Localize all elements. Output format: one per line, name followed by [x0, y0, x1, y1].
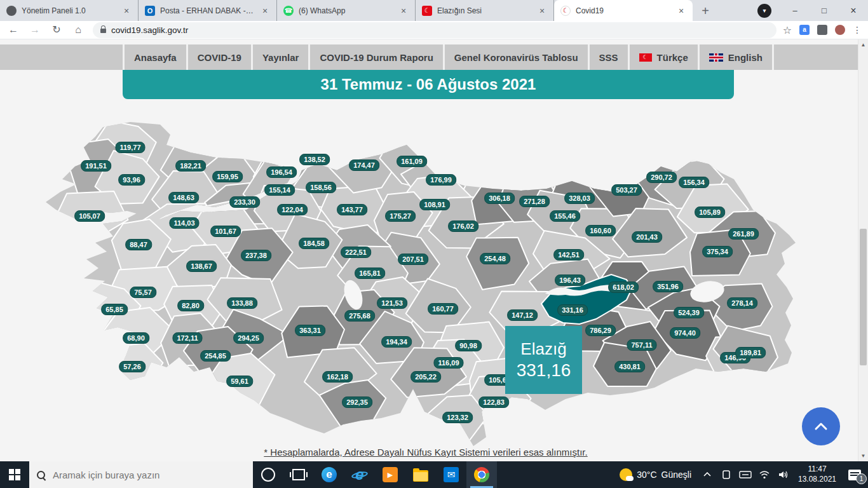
- chrome-menu-icon[interactable]: [853, 25, 862, 35]
- tab-close-icon[interactable]: [121, 6, 132, 16]
- start-button[interactable]: [0, 461, 29, 488]
- close-window-button[interactable]: [839, 0, 868, 21]
- mail-icon: [444, 467, 459, 482]
- chevron-up-icon: [816, 424, 826, 429]
- browser-tab[interactable]: Yönetim Paneli 1.0: [0, 0, 139, 21]
- search-icon: [37, 471, 45, 479]
- saglik-favicon-icon: [560, 6, 571, 16]
- clock-date: 13.08.2021: [793, 475, 841, 485]
- province-shapes: [57, 121, 778, 444]
- tab-close-icon[interactable]: [398, 6, 409, 16]
- browser-tab[interactable]: Covid19: [554, 0, 693, 21]
- taskbar-internet-explorer[interactable]: [344, 461, 375, 488]
- taskbar-task-view[interactable]: [283, 461, 314, 488]
- tray-connect[interactable]: [717, 461, 736, 488]
- elazig-callout: Elazığ 331,16: [505, 326, 582, 394]
- trflag-favicon-icon: [422, 6, 432, 16]
- minimize-button[interactable]: [780, 0, 810, 21]
- tab-close-icon[interactable]: [260, 6, 270, 16]
- toolbar-icons: ☆: [783, 24, 862, 36]
- url-text: covid19.saglik.gov.tr: [111, 25, 188, 35]
- tab-close-icon[interactable]: [537, 6, 547, 16]
- extension-icon-3[interactable]: [835, 25, 845, 35]
- search-input[interactable]: [51, 469, 232, 481]
- turkey-incidence-map[interactable]: [0, 99, 868, 455]
- tab-strip: Yönetim Paneli 1.0Posta - ERHAN DABAK - …: [0, 0, 868, 21]
- notification-badge: 1: [856, 473, 867, 484]
- taskbar-edge[interactable]: [314, 461, 344, 488]
- address-bar[interactable]: covid19.saglik.gov.tr: [93, 22, 776, 38]
- taskbar-mail[interactable]: [436, 461, 466, 488]
- maximize-button[interactable]: [810, 0, 839, 21]
- site-nav: AnasayfaCOVID-19YayınlarCOVID-19 Durum R…: [0, 44, 868, 70]
- task-view-icon: [292, 469, 305, 480]
- chrome-icon: [474, 467, 489, 482]
- cortana-icon: [261, 468, 275, 482]
- extension-icon-2[interactable]: [817, 25, 827, 35]
- date-range-banner: 31 Temmuz - 06 Ağustos 2021: [123, 70, 734, 99]
- reload-button[interactable]: ↻: [48, 22, 65, 38]
- tab-close-icon[interactable]: [676, 6, 686, 16]
- forward-button[interactable]: →: [27, 22, 43, 38]
- nav-item[interactable]: Yayınlar: [251, 44, 309, 70]
- taskbar-search[interactable]: [29, 461, 253, 488]
- clock-time: 11:47: [793, 464, 841, 475]
- tab-title: Covid19: [576, 6, 671, 15]
- taskbar-clock[interactable]: 11:47 13.08.2021: [793, 464, 841, 484]
- system-tray: 30°C Güneşli: [613, 461, 868, 488]
- scroll-up-arrow[interactable]: ▲: [858, 42, 868, 48]
- file-explorer-icon: [413, 470, 428, 482]
- movies-tv-icon: [383, 467, 398, 482]
- browser-tab[interactable]: (6) WhatsApp: [277, 0, 416, 21]
- notification-center-button[interactable]: 1: [841, 461, 868, 488]
- taskbar-file-explorer[interactable]: [405, 461, 436, 488]
- taskbar-weather[interactable]: 30°C Güneşli: [613, 461, 698, 488]
- home-button[interactable]: ⌂: [70, 22, 86, 38]
- taskbar-cortana[interactable]: [253, 461, 283, 488]
- weather-sun-icon: [620, 468, 632, 481]
- bookmark-star-icon[interactable]: ☆: [783, 24, 792, 36]
- map-footnote: * Hesaplamalarda, Adrese Dayalı Nüfus Ka…: [0, 447, 851, 458]
- globe-favicon-icon: [6, 6, 17, 16]
- tray-volume[interactable]: [774, 461, 793, 488]
- windows-logo-icon: [9, 469, 20, 480]
- nav-item-language[interactable]: English: [698, 44, 774, 70]
- taskbar-movies[interactable]: [375, 461, 405, 488]
- taskbar-chrome-active[interactable]: [466, 461, 497, 488]
- speaker-icon: [778, 470, 789, 479]
- tray-chevron[interactable]: [698, 461, 717, 488]
- nav-item[interactable]: SSS: [588, 44, 628, 70]
- wifi-icon: [759, 470, 770, 479]
- back-button[interactable]: ←: [5, 22, 22, 38]
- page-scrollbar[interactable]: ▲ ▼: [858, 39, 868, 461]
- nav-item[interactable]: Anasayfa: [123, 44, 186, 70]
- browser-window: Yönetim Paneli 1.0Posta - ERHAN DABAK - …: [0, 0, 868, 488]
- tab-title: Elazığın Sesi: [437, 6, 532, 15]
- callout-province-name: Elazığ: [520, 339, 566, 360]
- tab-title: (6) WhatsApp: [299, 6, 393, 15]
- callout-province-value: 331,16: [517, 359, 571, 381]
- browser-tab[interactable]: Posta - ERHAN DABAK - Outl: [139, 0, 277, 21]
- tray-wifi[interactable]: [755, 461, 774, 488]
- tabs-container: Yönetim Paneli 1.0Posta - ERHAN DABAK - …: [0, 0, 693, 21]
- device-icon: [721, 469, 732, 480]
- profile-button[interactable]: [757, 4, 771, 18]
- nav-item[interactable]: Genel Koronavirüs Tablosu: [443, 44, 588, 70]
- site-nav-items: AnasayfaCOVID-19YayınlarCOVID-19 Durum R…: [123, 44, 868, 70]
- extension-icon-1[interactable]: [799, 25, 810, 35]
- nav-item[interactable]: COVID-19 Durum Raporu: [308, 44, 442, 70]
- outlook-favicon-icon: [145, 6, 155, 16]
- nav-item[interactable]: COVID-19: [186, 44, 251, 70]
- scroll-to-top-button[interactable]: [802, 407, 840, 445]
- tab-title: Posta - ERHAN DABAK - Outl: [160, 6, 255, 15]
- new-tab-button[interactable]: [696, 2, 714, 20]
- scrollbar-thumb[interactable]: [860, 229, 867, 365]
- browser-tab[interactable]: Elazığın Sesi: [416, 0, 554, 21]
- weather-temp: 30°C: [637, 470, 656, 480]
- window-controls: [757, 0, 868, 21]
- nav-item-language[interactable]: Türkçe: [628, 44, 698, 70]
- browser-toolbar: ← → ↻ ⌂ covid19.saglik.gov.tr ☆: [0, 21, 868, 39]
- tray-keyboard-lang[interactable]: [736, 461, 755, 488]
- tab-title: Yönetim Paneli 1.0: [22, 6, 116, 15]
- scroll-down-arrow[interactable]: ▼: [858, 453, 868, 459]
